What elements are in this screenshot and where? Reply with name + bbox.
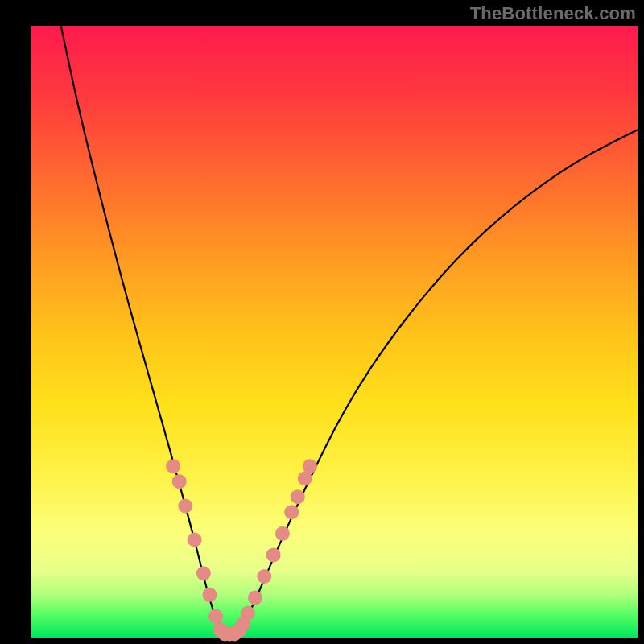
marker-dot: [188, 532, 202, 547]
marker-dot: [166, 459, 180, 473]
marker-dot: [196, 566, 211, 580]
marker-dot: [208, 609, 223, 623]
marker-dot: [257, 569, 271, 584]
marker-dot: [275, 526, 290, 541]
marker-dot: [241, 606, 255, 621]
marker-dot: [303, 459, 317, 473]
marker-dot: [172, 474, 187, 489]
curve-layer: [0, 0, 644, 644]
marker-dot: [248, 591, 262, 605]
marker-dot: [284, 505, 299, 519]
marker-dot: [202, 588, 217, 602]
bottleneck-curve: [61, 26, 638, 634]
curve-markers: [166, 459, 317, 641]
marker-dot: [291, 489, 305, 504]
marker-dot: [266, 547, 281, 562]
chart-frame: TheBottleneck.com: [0, 0, 644, 644]
bottleneck-curve-path: [61, 26, 638, 634]
marker-dot: [178, 499, 192, 514]
